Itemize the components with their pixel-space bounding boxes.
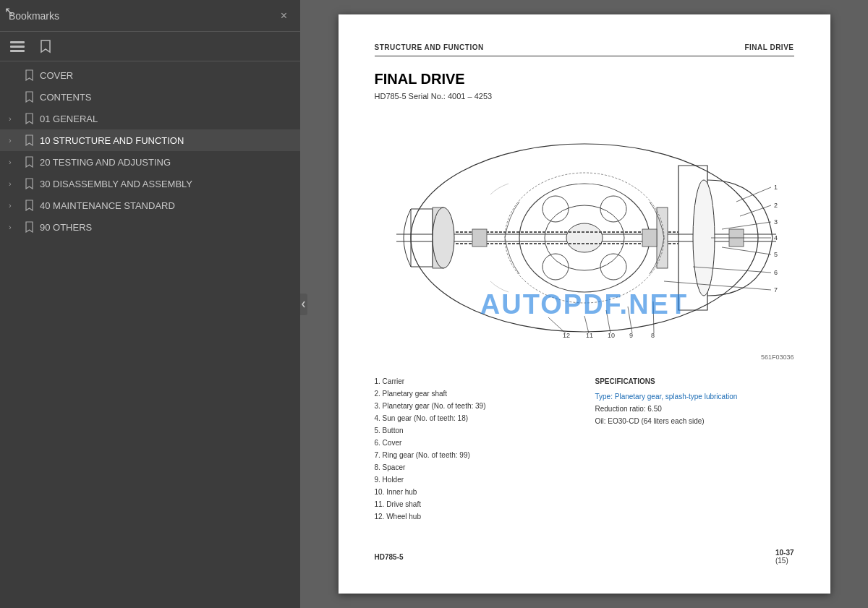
parts-list: 1. Carrier 2. Planetary gear shaft 3. Pl…: [375, 375, 574, 523]
part-3: 3. Planetary gear (No. of teeth: 39): [375, 400, 574, 412]
sidebar-item-label-90: 90 OTHERS: [40, 222, 92, 233]
svg-point-9: [566, 223, 603, 252]
sidebar-items: COVER CONTENTS › 01 GENERAL › 10 STRUCTU…: [0, 61, 300, 608]
content-grid: 1. Carrier 2. Planetary gear shaft 3. Pl…: [375, 375, 794, 523]
part-7: 7. Ring gear (No. of teeth: 99): [375, 449, 574, 461]
svg-point-18: [433, 207, 454, 268]
sidebar-item-label-01: 01 GENERAL: [40, 114, 98, 124]
diagram-placeholder: 1 2 3 4 5 6 7 12 11 10: [375, 115, 794, 361]
svg-text:11: 11: [586, 332, 593, 339]
sidebar-item-01-general[interactable]: › 01 GENERAL: [0, 108, 300, 129]
doc-header: STRUCTURE AND FUNCTION FINAL DRIVE: [375, 43, 794, 56]
chevron-30-disassembly: ›: [9, 179, 19, 188]
svg-text:12: 12: [563, 332, 570, 339]
sidebar-item-label-20: 20 TESTING AND ADJUSTING: [40, 157, 171, 168]
main-content: AUTOPDF.NET STRUCTURE AND FUNCTION FINAL…: [300, 0, 868, 608]
spec-ratio: Reduction ratio: 6.50: [595, 403, 794, 415]
part-4: 4. Sun gear (No. of teeth: 18): [375, 412, 574, 424]
bookmark-icon-90: [25, 221, 34, 233]
sidebar-toolbar: [0, 32, 300, 61]
svg-rect-0: [10, 41, 25, 43]
chevron-placeholder-contents: [9, 93, 19, 101]
svg-rect-20: [642, 229, 657, 247]
doc-header-left: STRUCTURE AND FUNCTION: [375, 43, 484, 51]
sidebar: ↖ Bookmarks × COVER: [0, 0, 300, 608]
diagram-code: 561F03036: [761, 354, 794, 361]
bookmark-view-button[interactable]: [35, 36, 56, 56]
part-6: 6. Cover: [375, 437, 574, 449]
svg-text:5: 5: [774, 251, 778, 258]
chevron-10-structure: ›: [9, 136, 19, 145]
part-5: 5. Button: [375, 424, 574, 437]
doc-footer-page: 10-37 (15): [775, 549, 794, 565]
sidebar-collapse-handle[interactable]: [300, 294, 307, 315]
spec-type: Type: Planetary gear, splash-type lubric…: [595, 390, 794, 403]
sidebar-item-30-disassembly[interactable]: › 30 DISASSEMBLY AND ASSEMBLY: [0, 173, 300, 194]
sidebar-item-label-30: 30 DISASSEMBLY AND ASSEMBLY: [40, 179, 192, 189]
part-12: 12. Wheel hub: [375, 510, 574, 523]
sidebar-item-10-structure[interactable]: › 10 STRUCTURE AND FUNCTION: [0, 129, 300, 151]
sidebar-item-20-testing[interactable]: › 20 TESTING AND ADJUSTING: [0, 151, 300, 173]
part-10: 10. Inner hub: [375, 486, 574, 498]
part-2: 2. Planetary gear shaft: [375, 388, 574, 400]
svg-text:2: 2: [774, 202, 778, 209]
part-9: 9. Holder: [375, 474, 574, 486]
svg-rect-1: [10, 46, 25, 48]
list-icon: [10, 40, 26, 53]
sidebar-item-label-10: 10 STRUCTURE AND FUNCTION: [40, 135, 184, 146]
watermark: AUTOPDF.NET: [480, 288, 688, 320]
doc-header-right: FINAL DRIVE: [744, 43, 793, 51]
final-drive-diagram: 1 2 3 4 5 6 7 12 11 10: [375, 115, 794, 361]
bookmark-icon: [39, 39, 52, 53]
sidebar-item-label-contents: CONTENTS: [40, 92, 92, 103]
sidebar-item-40-maintenance[interactable]: › 40 MAINTENANCE STANDARD: [0, 194, 300, 216]
chevron-placeholder: [9, 71, 19, 80]
sidebar-title: Bookmarks: [9, 10, 59, 22]
document-page: AUTOPDF.NET STRUCTURE AND FUNCTION FINAL…: [339, 14, 830, 594]
close-button[interactable]: ×: [276, 8, 292, 24]
chevron-40-maintenance: ›: [9, 201, 19, 210]
doc-footer-model: HD785-5: [375, 553, 404, 561]
chevron-90-others: ›: [9, 223, 19, 231]
doc-title: FINAL DRIVE: [375, 71, 794, 87]
svg-text:6: 6: [774, 269, 778, 276]
svg-rect-2: [10, 50, 25, 52]
spec-oil: Oil: EO30-CD (64 liters each side): [595, 415, 794, 427]
sidebar-item-cover[interactable]: COVER: [0, 64, 300, 86]
sidebar-header: ↖ Bookmarks ×: [0, 0, 300, 32]
svg-rect-16: [657, 207, 668, 268]
svg-text:10: 10: [608, 332, 615, 339]
bookmark-icon-cover: [25, 69, 34, 81]
bookmark-icon-10: [25, 134, 34, 146]
svg-text:4: 4: [774, 234, 778, 241]
sidebar-item-contents[interactable]: CONTENTS: [0, 86, 300, 108]
bookmark-icon-01: [25, 113, 34, 124]
diagram-area: 1 2 3 4 5 6 7 12 11 10: [375, 115, 794, 361]
bookmark-icon-contents: [25, 91, 34, 103]
svg-text:7: 7: [774, 286, 778, 294]
bookmark-icon-30: [25, 178, 34, 189]
specs-section: SPECIFICATIONS Type: Planetary gear, spl…: [595, 375, 794, 523]
part-8: 8. Spacer: [375, 461, 574, 474]
list-view-button[interactable]: [6, 37, 30, 56]
cursor-icon: ↖: [4, 4, 14, 18]
part-11: 11. Drive shaft: [375, 498, 574, 510]
doc-footer: HD785-5 10-37 (15): [375, 544, 794, 565]
doc-subtitle: HD785-5 Serial No.: 4001 – 4253: [375, 92, 794, 100]
svg-text:1: 1: [774, 184, 778, 191]
svg-text:3: 3: [774, 218, 778, 226]
sidebar-item-90-others[interactable]: › 90 OTHERS: [0, 216, 300, 238]
sidebar-item-label-cover: COVER: [40, 70, 73, 81]
chevron-01-general: ›: [9, 114, 19, 123]
bookmark-icon-20: [25, 156, 34, 168]
specs-title: SPECIFICATIONS: [595, 375, 794, 388]
svg-rect-19: [472, 229, 487, 247]
bookmark-icon-40: [25, 200, 34, 211]
part-1: 1. Carrier: [375, 375, 574, 388]
chevron-20-testing: ›: [9, 158, 19, 166]
sidebar-item-label-40: 40 MAINTENANCE STANDARD: [40, 200, 175, 211]
